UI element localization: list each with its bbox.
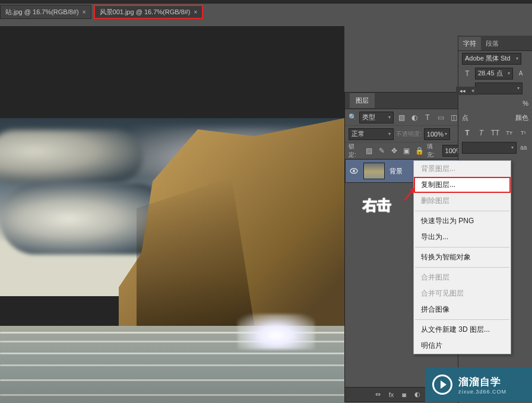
percent-unit: %: [522, 100, 528, 107]
document-tab-2[interactable]: 风景001.jpg @ 16.7%(RGB/8#) ×: [94, 5, 204, 19]
font-size-icon: T: [462, 68, 473, 79]
document-tab-1[interactable]: 站.jpg @ 16.7%(RGB/8#) ×: [0, 5, 91, 19]
filter-text-icon[interactable]: T: [422, 112, 433, 123]
canvas-area[interactable]: [0, 26, 344, 388]
tab-label: 风景001.jpg @ 16.7%(RGB/8#): [100, 8, 191, 17]
annotation-arrow: [403, 188, 415, 201]
menu-item-background-layer[interactable]: 背景图层...: [414, 161, 511, 177]
filter-value: 类型: [362, 113, 375, 122]
lock-label: 锁定:: [349, 142, 362, 159]
tab-label: 站.jpg @ 16.7%(RGB/8#): [5, 8, 79, 17]
character-tab[interactable]: 字符: [458, 37, 481, 50]
superscript-icon[interactable]: T¹: [518, 128, 528, 138]
layer-context-menu: 背景图层... 复制图层... 删除图层 快速导出为 PNG 导出为... 转换…: [413, 160, 511, 354]
menu-item-merge-layers[interactable]: 合并图层: [414, 269, 511, 285]
menu-separator: [415, 211, 509, 211]
link-layers-icon[interactable]: ⇔: [375, 391, 381, 398]
layer-thumbnail: [363, 163, 385, 179]
filter-shape-icon[interactable]: ▭: [435, 112, 446, 123]
opacity-field[interactable]: 100% ▾: [424, 128, 450, 140]
opacity-label: 不透明度:: [396, 130, 422, 138]
menu-item-convert-smart-object[interactable]: 转换为智能对象: [414, 249, 511, 265]
bold-icon[interactable]: T: [462, 128, 473, 138]
layer-mask-icon[interactable]: ◙: [402, 391, 406, 398]
panel-collapse-strip[interactable]: ◂◂ ×: [456, 87, 478, 95]
menu-item-quick-export-png[interactable]: 快速导出为 PNG: [414, 213, 511, 229]
menu-item-delete-layer[interactable]: 删除图层: [414, 193, 511, 209]
font-family-dropdown[interactable]: Adobe 黑体 Std ▾: [462, 53, 521, 65]
menu-item-postcard[interactable]: 明信片: [414, 338, 511, 354]
menu-item-duplicate-layer[interactable]: 复制图层...: [414, 177, 511, 193]
lock-pixels-icon[interactable]: ✎: [376, 145, 387, 156]
collapse-icon[interactable]: ◂◂: [460, 88, 466, 94]
allcaps-icon[interactable]: TT: [490, 128, 501, 138]
aa-icon[interactable]: aa: [519, 142, 528, 153]
lock-transparency-icon[interactable]: ▨: [364, 145, 374, 156]
watermark-title: 溜溜自学: [458, 375, 506, 389]
kerning-dropdown[interactable]: ▾: [475, 82, 522, 94]
lock-all-icon[interactable]: 🔒: [414, 145, 425, 156]
filter-pixel-icon[interactable]: ▧: [396, 112, 407, 123]
layer-name: 背景: [390, 167, 403, 176]
close-icon[interactable]: ×: [194, 9, 198, 15]
close-icon[interactable]: ×: [83, 9, 86, 15]
play-icon: [432, 375, 452, 395]
svg-point-1: [353, 170, 355, 172]
menu-item-flatten-image[interactable]: 拼合图像: [414, 302, 511, 318]
blend-mode-value: 正常: [352, 129, 365, 138]
fill-label: 填充:: [427, 142, 440, 159]
annotation-text: 右击: [363, 196, 391, 215]
close-icon[interactable]: ×: [471, 88, 474, 94]
menu-item-merge-visible[interactable]: 合并可见图层: [414, 285, 511, 302]
layers-tab[interactable]: 图层: [350, 93, 375, 108]
watermark: 溜溜自学 zixue.3d66.COM: [425, 367, 532, 402]
lock-artboard-icon[interactable]: ▣: [401, 145, 411, 156]
lock-position-icon[interactable]: ✥: [389, 145, 399, 156]
font-size-dropdown[interactable]: 28.45 点 ▾: [475, 68, 513, 80]
leading-icon: A: [515, 68, 526, 79]
menu-item-export-as[interactable]: 导出为...: [414, 229, 511, 245]
paragraph-tab[interactable]: 段落: [481, 37, 504, 50]
font-family-value: Adobe 黑体 Std: [465, 54, 510, 63]
layer-style-icon[interactable]: fx: [389, 391, 394, 398]
menu-item-new-3d-layer[interactable]: 从文件新建 3D 图层...: [414, 322, 511, 338]
layer-filter-dropdown[interactable]: 类型 ▾: [359, 112, 394, 123]
italic-icon[interactable]: T: [476, 128, 487, 138]
menu-separator: [415, 267, 509, 268]
font-size-value: 28.45 点: [478, 69, 503, 78]
language-dropdown[interactable]: ▾: [462, 142, 517, 154]
watermark-url: zixue.3d66.COM: [458, 389, 506, 395]
document-image: [0, 118, 344, 403]
smallcaps-icon[interactable]: Tᴛ: [504, 128, 515, 138]
blend-mode-dropdown[interactable]: 正常 ▾: [349, 128, 394, 140]
filter-adjust-icon[interactable]: ◐: [409, 112, 420, 123]
adjustment-layer-icon[interactable]: ◐: [414, 391, 420, 398]
menu-separator: [415, 247, 509, 247]
leading-unit: 点: [462, 113, 468, 122]
document-tab-bar: 站.jpg @ 16.7%(RGB/8#) × 风景001.jpg @ 16.7…: [0, 4, 532, 20]
color-label: 颜色: [515, 113, 528, 122]
visibility-eye-icon[interactable]: [349, 166, 359, 176]
opacity-value: 100%: [427, 131, 444, 138]
menu-separator: [415, 319, 509, 320]
